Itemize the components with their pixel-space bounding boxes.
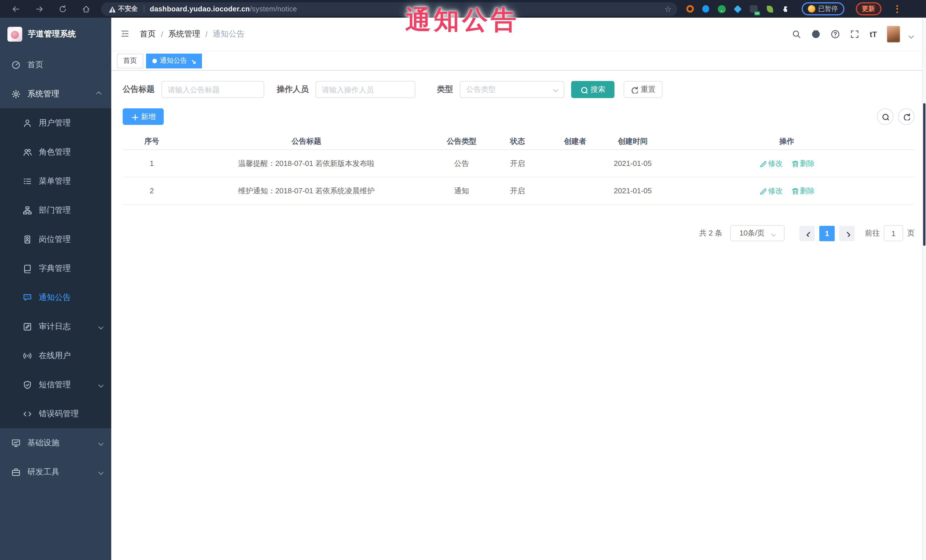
security-warning[interactable]: 不安全	[108, 5, 138, 13]
fullscreen-icon[interactable]	[850, 29, 860, 39]
refresh-table-button[interactable]	[898, 108, 915, 125]
tab-home[interactable]: 首页	[117, 53, 143, 68]
url-text: dashboard.yudao.iocoder.cn/system/notice	[150, 5, 297, 13]
search-icon[interactable]	[792, 29, 802, 39]
sidebar-item-label: 部门管理	[39, 205, 103, 215]
column-header: 序号	[123, 136, 181, 146]
cell-title: 温馨提醒：2018-07-01 若依新版本发布啦	[181, 158, 432, 169]
operator-label: 操作人员	[277, 85, 309, 95]
user-avatar[interactable]	[887, 26, 900, 43]
next-page-button[interactable]	[839, 225, 855, 241]
scrollbar-thumb[interactable]	[923, 103, 925, 246]
sidebar-item-sms-management[interactable]: 短信管理	[0, 370, 111, 399]
breadcrumb-system[interactable]: 系统管理	[168, 29, 200, 39]
logo-image	[8, 27, 22, 41]
sidebar-item-user-management[interactable]: 用户管理	[0, 108, 111, 137]
sidebar-item-error-code-management[interactable]: 错误码管理	[0, 399, 111, 428]
sidebar-item-department-management[interactable]: 部门管理	[0, 196, 111, 225]
edit-link[interactable]: 修改	[759, 186, 783, 196]
sidebar-item-role-management[interactable]: 角色管理	[0, 137, 111, 166]
sidebar-item-notice[interactable]: 通知公告	[0, 283, 111, 312]
sidebar-item-label: 岗位管理	[39, 234, 103, 245]
chevron-down-icon[interactable]	[906, 33, 916, 42]
prev-page-button[interactable]	[799, 225, 815, 241]
font-size-icon[interactable]: tT	[870, 30, 877, 38]
bookmark-star-icon[interactable]: ☆	[664, 5, 672, 13]
collapse-sidebar-icon[interactable]	[120, 29, 131, 39]
add-button[interactable]: 新增	[123, 108, 164, 125]
filter-form: 公告标题 操作人员 类型 公告类型 搜索 重置	[123, 81, 915, 98]
toggle-search-button[interactable]	[877, 108, 893, 125]
sidebar-item-online-users[interactable]: 在线用户	[0, 341, 111, 370]
browser-menu-icon[interactable]	[894, 4, 900, 14]
operator-input[interactable]	[316, 81, 415, 98]
gear-icon	[11, 89, 21, 98]
search-button[interactable]: 搜索	[571, 81, 614, 98]
home-icon[interactable]	[78, 2, 94, 16]
search-icon	[580, 86, 588, 93]
users-icon	[23, 147, 32, 157]
browser-extensions: on 已暂停 更新	[685, 2, 900, 15]
reset-button[interactable]: 重置	[623, 81, 663, 98]
sidebar-item-dict-management[interactable]: 字典管理	[0, 254, 111, 283]
browser-update-button[interactable]: 更新	[856, 2, 881, 15]
update-label: 更新	[862, 5, 875, 13]
goto-page-input[interactable]	[884, 225, 903, 241]
sidebar-item-audit-log[interactable]: 审计日志	[0, 312, 111, 341]
github-icon[interactable]	[812, 29, 821, 39]
chevron-down-icon	[769, 230, 775, 236]
breadcrumb: 首页 / 系统管理 / 通知公告	[140, 29, 245, 39]
sidebar-item-dev-tools[interactable]: 研发工具	[0, 457, 111, 486]
notice-title-input[interactable]	[162, 81, 264, 98]
notice-type-select[interactable]: 公告类型	[460, 81, 564, 98]
app-logo[interactable]: 芋道管理系统	[0, 18, 111, 50]
help-icon[interactable]	[831, 29, 841, 39]
close-icon[interactable]	[190, 58, 196, 63]
sidebar-item-system-management[interactable]: 系统管理	[0, 79, 111, 108]
extension-blue-diamond-icon[interactable]	[733, 4, 742, 14]
refresh-icon	[903, 113, 910, 120]
sidebar-item-label: 短信管理	[39, 379, 97, 390]
shield-icon	[23, 380, 32, 389]
cell-actions: 修改 删除	[659, 186, 915, 196]
delete-link[interactable]: 删除	[791, 186, 815, 196]
url-path: /system/notice	[250, 5, 297, 13]
sidebar-item-label: 通知公告	[39, 292, 103, 302]
extension-green-check-icon[interactable]	[717, 4, 726, 14]
edit-link[interactable]: 修改	[759, 158, 783, 169]
refresh-icon	[631, 86, 638, 93]
back-icon[interactable]	[8, 2, 24, 16]
extension-leaf-icon[interactable]	[765, 4, 774, 14]
extension-dark-on-icon[interactable]: on	[749, 4, 758, 14]
column-header: 创建时间	[607, 136, 659, 146]
extension-blue-drop-icon[interactable]	[701, 4, 710, 14]
select-placeholder: 公告类型	[466, 85, 496, 95]
sidebar-item-infrastructure[interactable]: 基础设施	[0, 428, 111, 457]
sidebar-item-post-management[interactable]: 岗位管理	[0, 225, 111, 254]
id-badge-icon	[23, 235, 32, 244]
tab-notice[interactable]: 通知公告	[146, 53, 202, 68]
forward-icon[interactable]	[31, 2, 47, 16]
breadcrumb-home[interactable]: 首页	[140, 29, 156, 39]
chevron-down-icon	[97, 468, 103, 475]
column-header: 操作	[659, 136, 915, 146]
table-row: 2 维护通知：2018-07-01 若依系统凌晨维护 通知 开启 2021-01…	[123, 177, 915, 205]
goto-unit-label: 页	[907, 228, 915, 238]
extensions-puzzle-icon[interactable]	[781, 4, 790, 14]
extension-orange-icon[interactable]	[685, 4, 694, 14]
sidebar-item-label: 审计日志	[39, 322, 97, 332]
delete-link[interactable]: 删除	[791, 158, 815, 169]
page-number-button[interactable]: 1	[819, 225, 835, 241]
sidebar-item-label: 角色管理	[39, 147, 103, 157]
reload-icon[interactable]	[55, 2, 71, 16]
sidebar-item-label: 基础设施	[27, 438, 97, 448]
address-bar[interactable]: 不安全 dashboard.yudao.iocoder.cn/system/no…	[101, 2, 677, 16]
sidebar-item-menu-management[interactable]: 菜单管理	[0, 166, 111, 196]
page-size-select[interactable]: 10条/页	[730, 225, 784, 241]
chevron-right-icon	[844, 230, 850, 236]
cell-type: 公告	[432, 158, 491, 169]
sidebar-item-home[interactable]: 首页	[0, 50, 111, 79]
page-size-value: 10条/页	[740, 228, 764, 238]
page-watermark-title: 通知公告	[405, 3, 519, 37]
profile-paused-chip[interactable]: 已暂停	[802, 2, 844, 15]
